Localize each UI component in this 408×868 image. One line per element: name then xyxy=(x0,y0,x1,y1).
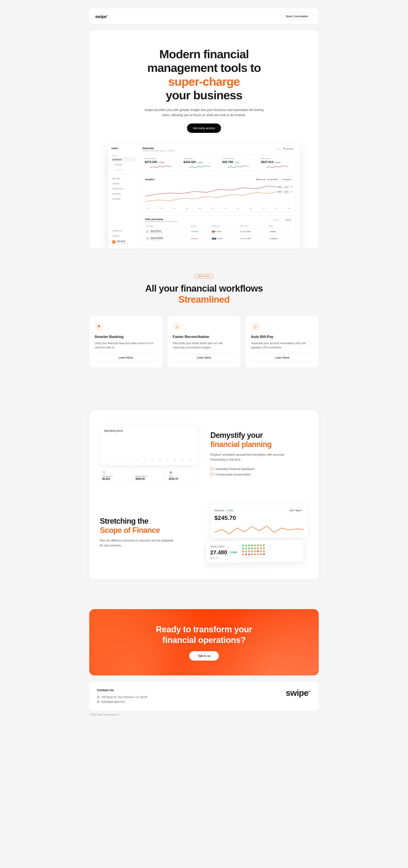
table-row[interactable]: Sophia Williamssophia@figma.com-$532.00V… xyxy=(145,235,293,242)
feature-icon: ✱ xyxy=(95,322,103,331)
sidebar-section-label: MAIN xyxy=(112,155,136,156)
feature-title: Smarter Banking xyxy=(95,335,157,339)
feature-title: Faster Reconciliation xyxy=(173,335,235,339)
get-early-access-button[interactable]: Get early access xyxy=(187,123,221,133)
copyright: ©2024 Swipe Technologies Inc. xyxy=(89,713,319,716)
users-sub: Avg user xyxy=(210,556,238,559)
callout-expenditure: $452K ▾ 23% xyxy=(276,190,290,194)
scope-heading: Stretching the Scope of Finance xyxy=(100,517,198,535)
metric-card: Net Income$227.813▾ 12.87 xyxy=(259,155,295,172)
table-row[interactable]: James Brownjames@figma.com+$120.00MC ** … xyxy=(145,228,293,235)
book-consultation-button[interactable]: Book Consultation xyxy=(281,12,313,20)
navbar: swipe⌐ Book Consultation xyxy=(89,8,319,24)
footer-title: Contact Us xyxy=(97,688,148,692)
sidebar-item-analytics[interactable]: Analytics xyxy=(111,167,136,172)
sidebar-item-transactions[interactable]: Transactions xyxy=(111,186,136,191)
dashboard-sidebar: swipe MAIN Dashboard Overview Analytics … xyxy=(108,144,138,248)
sidebar-item-settings[interactable]: Settings xyxy=(111,234,136,238)
users-dot-grid xyxy=(242,544,265,559)
metric-card: Gross Revenue$273.250▾ 24.21 xyxy=(143,155,179,172)
avatar xyxy=(112,240,116,244)
analytics-chart: $500K ▴ 42% $452K ▾ 23% xyxy=(145,183,293,207)
spending-mini-card: ☕Cafe$245.70 xyxy=(166,468,198,483)
analytics-title: Analytics xyxy=(145,178,155,181)
legend-revenue: Revenue xyxy=(256,179,265,181)
check-icon: ✓ xyxy=(210,467,214,470)
logo: swipe⌐ xyxy=(95,13,108,19)
user-name: Ünal Çelik xyxy=(117,240,127,242)
footer-address: 338 Spear St. San Francisco, CA, 94105 xyxy=(97,695,148,700)
schedule-button[interactable]: 📅 Schedule xyxy=(281,147,295,151)
mail-icon xyxy=(97,701,100,703)
hero-subtext: Swipe provides you with greater insight … xyxy=(145,107,263,118)
sidebar-item-mycards[interactable]: My Cards xyxy=(111,176,136,181)
revenue-sparkline xyxy=(214,524,304,534)
analytics-filter[interactable]: Last year ▾ xyxy=(281,178,293,181)
sidebar-item-overview[interactable]: Overview xyxy=(111,162,136,167)
user-email: hi@unalcelik.co xyxy=(117,242,127,244)
feature-title: Auto Bill-Pay xyxy=(251,335,313,339)
users-label: Active Users xyxy=(210,545,238,548)
sidebar-item-exchange[interactable]: Exchange xyxy=(111,196,136,201)
spending-card: Spending trend 123456789101112 xyxy=(100,425,198,465)
feature-icon: △ xyxy=(173,322,181,331)
feature-card: △Faster ReconciliationReconcile your boo… xyxy=(167,316,241,368)
users-value: 27.480 + 2.95% xyxy=(210,549,238,556)
revenue-filter[interactable]: Last 7 days ▾ xyxy=(287,508,304,513)
spending-mini-card: 🍴Restaurants$5,024 xyxy=(100,468,131,483)
metric-card: Total Order Tax$29.798▴ 9.31 xyxy=(220,155,257,172)
feature-body: Automate your account receivables (AR) a… xyxy=(251,341,313,349)
learn-more-button[interactable]: Learn More xyxy=(95,354,157,362)
feature-body: Unify your financial data and make sense… xyxy=(95,341,157,349)
see-all-button[interactable]: See All xyxy=(283,218,293,222)
metric-card: Total Orders$244.420▴ 34.21 xyxy=(181,155,218,172)
cta-banner: Ready to transform your financial operat… xyxy=(89,609,319,676)
legend-expenditure: Expenditure xyxy=(267,179,278,181)
spending-title: Spending trend xyxy=(104,429,194,432)
sidebar-item-payments[interactable]: Payments xyxy=(111,191,136,196)
orders-sub: View order transactions in this section … xyxy=(145,220,178,222)
spending-mini-card: Subscriptions$256.50 xyxy=(133,468,164,483)
analytics-panel: Analytics Revenue Expenditure Last year … xyxy=(143,175,295,212)
callout-revenue: $500K ▴ 42% xyxy=(276,186,290,189)
check-item: ✓Interactive Financial Dashboard xyxy=(210,466,308,472)
features-section: FEATURES All your financial workflows St… xyxy=(89,248,319,381)
dashboard-preview: swipe MAIN Dashboard Overview Analytics … xyxy=(108,144,300,248)
scope-body: Plan for different outcomes in seconds a… xyxy=(100,538,177,548)
sidebar-item-transfer[interactable]: Transfer xyxy=(111,181,136,186)
feature-card: ✱Smarter BankingUnify your financial dat… xyxy=(89,316,162,368)
footer-email[interactable]: hello@getswipe.com xyxy=(97,700,148,704)
search-icon[interactable]: ⌕ xyxy=(274,148,276,150)
feature-icon: △ xyxy=(251,322,259,331)
dashboard-subtitle: All general information appears in this … xyxy=(143,150,175,152)
dashboard-brand: swipe xyxy=(111,147,136,149)
check-item: ✓Customizable Account Alerts xyxy=(210,472,308,477)
demystify-body: Replace unreliable spreadsheet templates… xyxy=(210,452,287,462)
talk-to-us-button[interactable]: Talk to us xyxy=(189,651,219,660)
bell-icon[interactable]: ◔ xyxy=(277,148,279,150)
check-icon: ✓ xyxy=(210,473,214,476)
location-icon xyxy=(97,696,100,699)
svg-point-0 xyxy=(98,696,99,697)
user-chip[interactable]: Ünal Çelik hi@unalcelik.co xyxy=(111,239,136,245)
demystify-heading: Demystify your financial planning xyxy=(210,431,308,449)
footer-logo: swipe⌐ xyxy=(286,688,311,698)
cta-heading: Ready to transform your financial operat… xyxy=(98,624,310,645)
dashboard-title: Overview xyxy=(143,147,175,150)
learn-more-button[interactable]: Learn More xyxy=(251,354,313,362)
hero-heading: Modern financial management tools to sup… xyxy=(98,48,310,102)
orders-panel: Order processing View order transactions… xyxy=(143,215,295,245)
sidebar-item-dashboard[interactable]: Dashboard xyxy=(111,157,136,162)
revenue-label: Revenue + 4.8% xyxy=(214,509,234,512)
footer: Contact Us 338 Spear St. San Francisco, … xyxy=(89,682,319,711)
features-pill: FEATURES xyxy=(194,274,214,279)
active-users-card: Active Users 27.480 + 2.95% Avg user xyxy=(206,539,304,563)
detail-section: Spending trend 123456789101112 🍴Restaura… xyxy=(89,410,319,579)
learn-more-button[interactable]: Learn More xyxy=(173,354,235,362)
feature-card: △Auto Bill-PayAutomate your account rece… xyxy=(246,316,319,368)
feature-body: Reconcile your books faster with our sel… xyxy=(173,341,235,349)
sidebar-item-contact[interactable]: Contact Us xyxy=(111,228,136,233)
revenue-card: Revenue + 4.8% Last 7 days ▾ $245.70 xyxy=(210,504,308,538)
revenue-value: $245.70 xyxy=(214,515,304,521)
orders-search[interactable]: ⌕ Search... xyxy=(270,218,282,222)
